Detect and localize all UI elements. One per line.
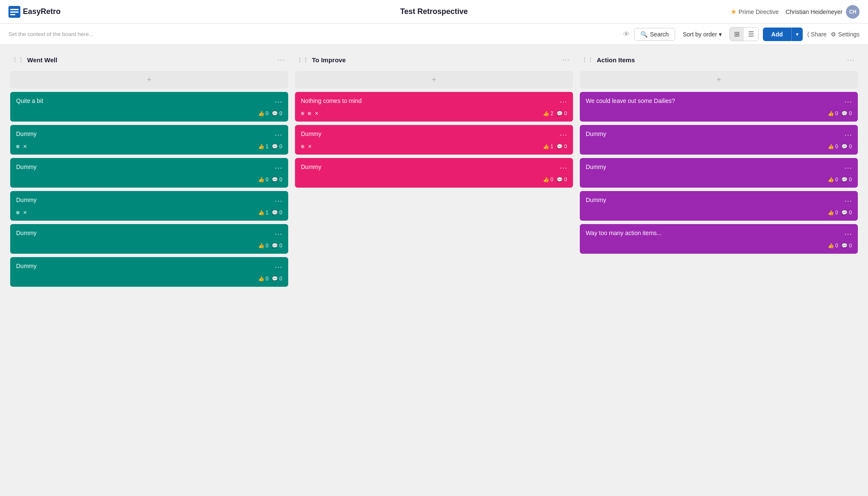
comment-count[interactable]: 💬 0 xyxy=(556,144,567,150)
thumbs-up-count[interactable]: 👍 1 xyxy=(543,144,554,150)
card-menu-button[interactable]: ⋯ xyxy=(841,163,852,172)
search-icon: 🔍 xyxy=(640,31,648,38)
share-label: Share xyxy=(811,31,826,38)
card-menu-button[interactable]: ⋯ xyxy=(556,130,567,139)
card-header: Dummy ⋯ xyxy=(586,163,852,172)
logo[interactable]: EasyRetro xyxy=(8,6,61,18)
card-menu-button[interactable]: ⋯ xyxy=(271,262,282,272)
thumbs-up-count[interactable]: 👍 1 xyxy=(258,210,269,216)
add-button[interactable]: Add xyxy=(763,28,791,41)
comment-count[interactable]: 💬 0 xyxy=(272,210,282,216)
list-view-button[interactable]: ☰ xyxy=(744,28,758,41)
comment-number: 0 xyxy=(849,243,852,249)
search-button[interactable]: 🔍 Search xyxy=(634,28,675,41)
card-footer-actions: 👍 0 💬 0 xyxy=(258,111,282,116)
x-icon: ✕ xyxy=(23,210,27,216)
user-info[interactable]: Christian Heidemeyer CH xyxy=(785,5,860,19)
search-label: Search xyxy=(650,31,669,38)
share-button[interactable]: ⟨ Share xyxy=(807,31,826,38)
thumbs-up-count[interactable]: 👍 0 xyxy=(258,276,269,282)
thumbs-up-icon: 👍 xyxy=(258,144,264,150)
column-menu-button[interactable]: ⋯ xyxy=(275,55,287,64)
comment-icon: 💬 xyxy=(272,210,278,216)
thumbs-up-count[interactable]: 👍 0 xyxy=(828,144,838,150)
card-header: Dummy ⋯ xyxy=(16,130,282,139)
comment-count[interactable]: 💬 0 xyxy=(556,111,567,116)
card-menu-button[interactable]: ⋯ xyxy=(841,196,852,205)
card-menu-button[interactable]: ⋯ xyxy=(556,97,567,106)
card-footer: 👍 0 💬 0 xyxy=(586,111,852,116)
card-menu-button[interactable]: ⋯ xyxy=(841,229,852,238)
card: We could leave out some Dailies? ⋯ 👍 0 💬… xyxy=(580,92,858,122)
card-header: Dummy ⋯ xyxy=(586,130,852,139)
comment-count[interactable]: 💬 0 xyxy=(841,210,852,216)
page-title: Test Retrospective xyxy=(400,7,468,16)
column-menu-button[interactable]: ⋯ xyxy=(845,55,856,64)
drag-handle-icon[interactable]: ⋮⋮ xyxy=(581,56,593,63)
comment-count[interactable]: 💬 0 xyxy=(272,243,282,249)
card-footer: 👍 0 💬 0 xyxy=(16,243,282,249)
thumbs-up-count[interactable]: 👍 0 xyxy=(828,210,838,216)
card-text: Dummy xyxy=(586,130,841,139)
card-menu-button[interactable]: ⋯ xyxy=(841,130,852,139)
add-card-button[interactable]: + xyxy=(580,71,858,89)
card: Dummy ⋯ 👍 0 💬 0 xyxy=(580,158,858,188)
card-header: Dummy ⋯ xyxy=(586,196,852,205)
card-footer: ✕ 👍 1 💬 0 xyxy=(16,144,282,150)
x-icon: ✕ xyxy=(314,111,319,116)
comment-count[interactable]: 💬 0 xyxy=(556,177,567,183)
add-card-button[interactable]: + xyxy=(295,71,573,89)
column-menu-button[interactable]: ⋯ xyxy=(560,55,571,64)
card-menu-button[interactable]: ⋯ xyxy=(271,163,282,172)
comment-count[interactable]: 💬 0 xyxy=(841,144,852,150)
grid-view-button[interactable]: ⊞ xyxy=(730,28,744,41)
drag-handle-icon[interactable]: ⋮⋮ xyxy=(12,56,24,63)
card-header: Dummy ⋯ xyxy=(16,163,282,172)
thumbs-up-count[interactable]: 👍 0 xyxy=(828,111,838,116)
column-title-text: To Improve xyxy=(312,56,346,64)
card-menu-button[interactable]: ⋯ xyxy=(271,130,282,139)
card-header: Quite a bit ⋯ xyxy=(16,97,282,106)
add-card-button[interactable]: + xyxy=(10,71,288,89)
vote-number: 0 xyxy=(551,177,554,183)
view-toggle: ⊞ ☰ xyxy=(729,27,759,41)
comment-count[interactable]: 💬 0 xyxy=(841,111,852,116)
column-title-text: Went Well xyxy=(27,56,57,64)
thumbs-up-count[interactable]: 👍 2 xyxy=(543,111,554,116)
thumbs-up-count[interactable]: 👍 0 xyxy=(543,177,554,183)
card-text: Dummy xyxy=(16,229,271,238)
comment-number: 0 xyxy=(279,144,282,150)
prime-directive[interactable]: ★ Prime Directive xyxy=(731,8,779,16)
add-chevron-button[interactable]: ▾ xyxy=(791,28,803,41)
card-menu-button[interactable]: ⋯ xyxy=(271,196,282,205)
comment-number: 0 xyxy=(279,276,282,282)
thumbs-up-count[interactable]: 👍 1 xyxy=(258,144,269,150)
comment-count[interactable]: 💬 0 xyxy=(272,276,282,282)
card-menu-button[interactable]: ⋯ xyxy=(271,97,282,106)
thumbs-up-count[interactable]: 👍 0 xyxy=(258,111,269,116)
comment-count[interactable]: 💬 0 xyxy=(272,144,282,150)
sort-button[interactable]: Sort by order ▾ xyxy=(679,28,725,40)
thumbs-up-count[interactable]: 👍 0 xyxy=(258,177,269,183)
comment-count[interactable]: 💬 0 xyxy=(272,111,282,116)
header-right: ★ Prime Directive Christian Heidemeyer C… xyxy=(731,5,860,19)
card-menu-button[interactable]: ⋯ xyxy=(271,229,282,238)
thumbs-up-count[interactable]: 👍 0 xyxy=(828,177,838,183)
thumbs-up-count[interactable]: 👍 0 xyxy=(828,243,838,249)
comment-number: 0 xyxy=(564,177,567,183)
thumbs-up-icon: 👍 xyxy=(543,144,549,150)
x-icon: ✕ xyxy=(23,144,27,150)
thumbs-up-count[interactable]: 👍 0 xyxy=(258,243,269,249)
visibility-button[interactable]: 👁 xyxy=(623,30,630,38)
card-menu-button[interactable]: ⋯ xyxy=(556,163,567,172)
settings-button[interactable]: ⚙ Settings xyxy=(831,31,860,38)
card-menu-button[interactable]: ⋯ xyxy=(841,97,852,106)
comment-count[interactable]: 💬 0 xyxy=(841,177,852,183)
comment-count[interactable]: 💬 0 xyxy=(841,243,852,249)
comment-count[interactable]: 💬 0 xyxy=(272,177,282,183)
card-footer-actions: 👍 1 💬 0 xyxy=(543,144,567,150)
vote-number: 0 xyxy=(835,144,838,150)
card-text: Dummy xyxy=(16,262,271,271)
vote-dot-icon xyxy=(16,145,19,148)
drag-handle-icon[interactable]: ⋮⋮ xyxy=(297,56,309,63)
